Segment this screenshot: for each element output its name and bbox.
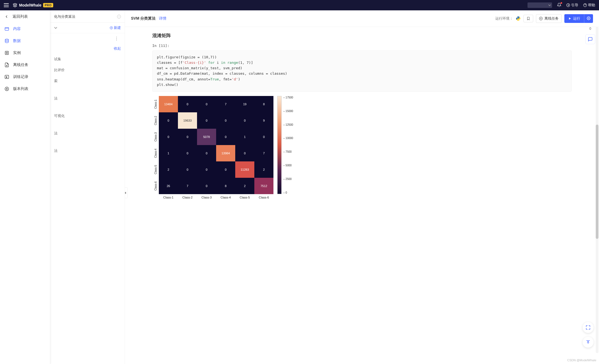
heatmap-cell: 0	[254, 129, 273, 145]
colorbar: – 17500– 15000– 12500– 10000– 7500– 5000…	[277, 96, 293, 199]
scroll-top-button[interactable]	[583, 337, 594, 348]
runtime-env-label: 运行环境：	[495, 16, 513, 21]
colorbar-tick: – 10000	[283, 137, 293, 140]
colorbar-tick: – 2500	[283, 178, 293, 181]
colorbar-tick: – 15000	[283, 110, 293, 113]
user-menu[interactable]	[528, 2, 552, 8]
drawer-item-2[interactable]: 实例	[0, 47, 50, 59]
svg-rect-2	[5, 28, 9, 31]
heatmap-cell: 19	[235, 96, 254, 112]
heatmap-ylabel: Class-2	[152, 112, 159, 129]
menu-icon[interactable]	[4, 3, 9, 7]
python-icon	[516, 16, 521, 21]
heatmap-ylabel: Class-1	[152, 96, 159, 112]
heatmap-cell: 0	[197, 112, 216, 129]
watermark: CSDN @ModelWhale	[567, 359, 596, 362]
heatmap-ylabel: Class-3	[152, 129, 159, 145]
code-cell[interactable]: plt.figure(figsize = (10,7)) classes = […	[152, 50, 572, 92]
heatmap-ylabel: Class-4	[152, 145, 159, 161]
outline-item[interactable]: 试集	[50, 54, 125, 64]
heatmap-xlabel: Class-4	[216, 194, 235, 199]
outline-item[interactable]: 法	[50, 128, 125, 138]
outline-item[interactable]: 法	[50, 146, 125, 156]
info-icon[interactable]: i	[117, 15, 121, 19]
comment-count: 0	[589, 27, 591, 31]
back-to-list[interactable]: 返回列表	[0, 10, 50, 23]
cell-output: Class-113484007198Class-20196330009Class…	[152, 96, 572, 199]
guide-link[interactable]: 引导	[566, 3, 578, 8]
outline-item[interactable]: 法	[50, 94, 125, 103]
drawer-item-3[interactable]: 离线任务	[0, 59, 50, 71]
svg-rect-5	[6, 52, 8, 54]
more-icon[interactable]: ⋮	[112, 36, 121, 41]
pro-badge: PRO	[43, 3, 53, 7]
nav-drawer: 返回列表 内容数据实例离线任务训练记录版本列表	[0, 10, 50, 364]
drawer-item-0[interactable]: 内容	[0, 23, 50, 35]
heatmap-cell: 2	[159, 161, 178, 178]
heatmap-cell: 0	[216, 161, 235, 178]
heatmap-cell: 0	[178, 145, 197, 161]
svg-point-3	[5, 39, 8, 40]
run-button[interactable]: 运行	[564, 14, 584, 23]
outline-item[interactable]: 比评价	[50, 65, 125, 75]
heatmap-cell: 0	[197, 161, 216, 178]
colorbar-tick: – 0	[283, 191, 293, 194]
heatmap-cell: 5078	[197, 129, 216, 145]
outline-active-row[interactable]: ⋮	[50, 33, 125, 44]
detail-link[interactable]: 详情	[159, 16, 166, 21]
heatmap-cell: 0	[216, 129, 235, 145]
outline-title: 化与分类算法	[54, 14, 115, 19]
heatmap-ylabel: Class-6	[152, 178, 159, 194]
brand-logo[interactable]: ModelWhale PRO	[13, 3, 53, 8]
heatmap-cell: 26	[159, 178, 178, 194]
drawer-item-4[interactable]: 训练记录	[0, 71, 50, 83]
run-settings-button[interactable]	[584, 14, 593, 23]
colorbar-tick: – 7500	[283, 150, 293, 153]
outline-panel: 化与分类算法 i 新建 ⋮ 收起 试集比评价索法可视化法法	[50, 10, 125, 364]
new-button[interactable]: 新建	[110, 25, 121, 30]
notebook-body[interactable]: 混淆矩阵 In [11]: plt.figure(figsize = (10,7…	[125, 27, 599, 364]
comment-button[interactable]	[585, 34, 595, 44]
heatmap-cell: 8	[216, 178, 235, 194]
scrollbar-thumb[interactable]	[596, 125, 598, 239]
collapse-link[interactable]: 收起	[50, 44, 125, 53]
heatmap-cell: 0	[178, 129, 197, 145]
brand-name: ModelWhale	[19, 3, 41, 7]
scrollbar-track[interactable]	[596, 27, 598, 353]
fullscreen-button[interactable]	[583, 322, 594, 333]
heatmap-xlabel: Class-1	[159, 194, 178, 199]
heatmap-cell: 1	[159, 145, 178, 161]
help-link[interactable]: 帮助	[583, 3, 595, 8]
main-area: ◀ SVM 分类算法 详情 运行环境： 离线任务 运行	[125, 10, 599, 364]
chevron-down-icon[interactable]	[54, 26, 57, 29]
heatmap-cell: 7	[216, 96, 235, 112]
outline-item[interactable]: 索	[50, 76, 125, 86]
heatmap-cell: 0	[178, 161, 197, 178]
notification-dot	[561, 2, 562, 4]
heatmap-cell: 13484	[159, 96, 178, 112]
heatmap-cell: 2	[235, 178, 254, 194]
collapse-outline-icon[interactable]: ◀	[125, 187, 128, 198]
cell-in-label: In [11]:	[152, 44, 572, 48]
heatmap-cell: 1	[235, 129, 254, 145]
drawer-item-5[interactable]: 版本列表	[0, 83, 50, 95]
heatmap-xlabel: Class-3	[197, 194, 216, 199]
heatmap-cell: 0	[235, 145, 254, 161]
notifications-icon[interactable]	[557, 3, 561, 8]
drawer-item-1[interactable]: 数据	[0, 35, 50, 47]
heatmap-cell: 0	[216, 112, 235, 129]
svg-point-11	[588, 18, 589, 19]
heatmap-cell: 9	[254, 112, 273, 129]
offline-task-button[interactable]: 离线任务	[536, 14, 562, 23]
topbar: ModelWhale PRO 引导 帮助	[0, 0, 599, 10]
outline-item[interactable]: 可视化	[50, 111, 125, 121]
section-heading: 混淆矩阵	[152, 32, 572, 39]
heatmap-cell: 2	[254, 161, 273, 178]
bookmark-button[interactable]	[523, 15, 533, 22]
heatmap-cell: 0	[159, 112, 178, 129]
svg-rect-4	[5, 51, 8, 55]
svg-point-8	[6, 88, 8, 90]
heatmap-cell: 0	[159, 129, 178, 145]
heatmap-cell: 19633	[178, 112, 197, 129]
heatmap-cell: 13984	[216, 145, 235, 161]
